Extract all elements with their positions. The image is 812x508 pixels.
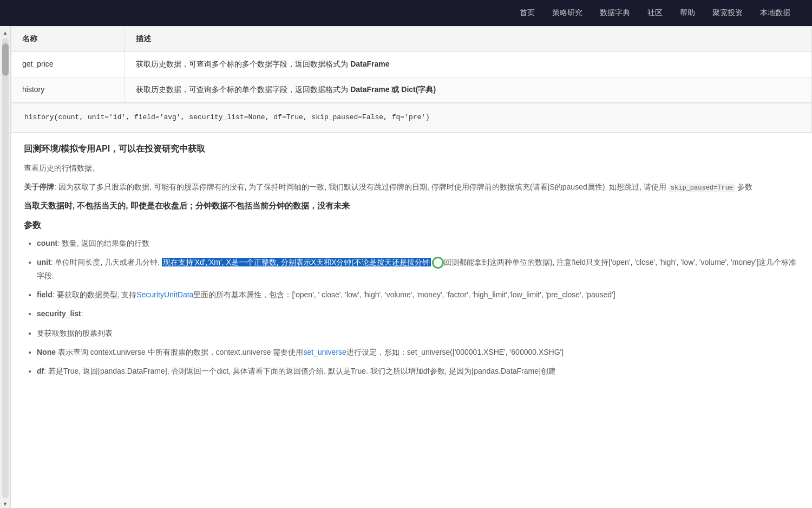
nav-local-data[interactable]: 本地数据 — [760, 8, 790, 18]
nav-joinquant[interactable]: 聚宽投资 — [712, 8, 743, 18]
param-none-before: 表示查询 context.universe 中所有股票的数据，context.u… — [56, 348, 303, 356]
nav-data-dict[interactable]: 数据字典 — [600, 8, 630, 18]
skip-paused-code: skip_paused=True — [669, 184, 735, 192]
nav-help[interactable]: 帮助 — [680, 8, 695, 18]
table-row: get_price 获取历史数据，可查询多个标的多个数据字段，返回数据格式为 D… — [11, 52, 812, 77]
param-unit: unit: 单位时间长度, 几天或者几分钟, 现在支持'Xd','Xm', X是… — [37, 256, 799, 283]
green-circle-icon — [432, 257, 444, 269]
param-count: count: 数量, 返回的结果集的行数 — [37, 237, 799, 250]
nav-strategy[interactable]: 策略研究 — [552, 8, 582, 18]
table-row: history 获取历史数据，可查询多个标的单个数据字段，返回数据格式为 Dat… — [11, 77, 812, 103]
param-none-name: None — [37, 348, 56, 356]
param-field-before: : 要获取的数据类型, 支持 — [53, 290, 137, 299]
param-unit-before: : 单位时间长度, 几天或者几分钟, — [51, 258, 162, 266]
scroll-track[interactable] — [2, 38, 9, 498]
param-security-list-name: security_list — [37, 309, 81, 318]
api-desc-get-price: 获取历史数据，可查询多个标的多个数据字段，返回数据格式为 DataFrame — [125, 52, 812, 77]
param-security-list: security_list: — [37, 307, 799, 321]
param-stock-list-text: 要获取数据的股票列表 — [37, 329, 113, 337]
param-none: None 表示查询 context.universe 中所有股票的数据，cont… — [37, 346, 799, 359]
param-unit-highlighted: 现在支持'Xd','Xm', X是一个正整数, 分别表示X天和X分钟(不论是按天… — [162, 258, 431, 266]
main-wrapper: ▲ ▼ 名称 描述 get_price 获取历史数据，可查询多个标的多个数据字段… — [0, 26, 812, 508]
scroll-up-arrow[interactable]: ▲ — [1, 28, 10, 37]
params-title: 参数 — [24, 220, 799, 231]
param-security-list-colon: : — [81, 309, 83, 318]
api-name-get-price: get_price — [11, 52, 125, 77]
param-none-after: 进行设定，形如：set_universe(['000001.XSHE', '60… — [346, 348, 564, 356]
scroll-down-arrow[interactable]: ▼ — [1, 499, 10, 508]
param-count-name: count — [37, 239, 57, 248]
nav-community[interactable]: 社区 — [647, 8, 663, 18]
scroll-thumb[interactable] — [2, 43, 9, 76]
scrollbar[interactable]: ▲ ▼ — [0, 26, 11, 508]
param-df-text: : 若是True, 返回[pandas.DataFrame], 否则返回一个di… — [44, 367, 556, 375]
nav-home[interactable]: 首页 — [520, 8, 535, 18]
param-count-text: : 数量, 返回的结果集的行数 — [57, 239, 149, 248]
section1-title: 回测环境/模拟专用API，可以在投资研究中获取 — [24, 144, 799, 155]
set-universe-link[interactable]: set_universe — [303, 348, 346, 356]
table-header-desc: 描述 — [125, 27, 812, 52]
nav-bar: 首页 策略研究 数据字典 社区 帮助 聚宽投资 本地数据 — [0, 0, 812, 26]
param-df: df: 若是True, 返回[pandas.DataFrame], 否则返回一个… — [37, 364, 799, 378]
param-unit-name: unit — [37, 258, 51, 266]
section2-label: 关于停牌 — [24, 183, 54, 191]
param-field-name: field — [37, 290, 53, 299]
param-field-after: 里面的所有基本属性，包含：['open', ' close', 'low', '… — [193, 290, 615, 299]
section2-text: 关于停牌: 因为获取了多只股票的数据, 可能有的股票停牌有的没有, 为了保持时间… — [24, 180, 799, 194]
warning-text: 当取天数据时, 不包括当天的, 即使是在收盘后；分钟数据不包括当前分钟的数据，没… — [24, 201, 799, 211]
table-header-name: 名称 — [11, 27, 125, 52]
doc-content: 回测环境/模拟专用API，可以在投资研究中获取 查看历史的行情数据。 关于停牌:… — [11, 133, 812, 394]
api-table: 名称 描述 get_price 获取历史数据，可查询多个标的多个数据字段，返回数… — [11, 26, 812, 103]
param-df-name: df — [37, 367, 44, 375]
param-stock-list-desc: 要获取数据的股票列表 — [37, 327, 799, 340]
content-area[interactable]: 名称 描述 get_price 获取历史数据，可查询多个标的多个数据字段，返回数… — [11, 26, 812, 508]
api-desc-history: 获取历史数据，可查询多个标的单个数据字段，返回数据格式为 DataFrame 或… — [125, 77, 812, 103]
api-name-history: history — [11, 77, 125, 103]
security-unit-data-link[interactable]: SecurityUnitData — [136, 290, 193, 299]
section1-subtitle: 查看历史的行情数据。 — [24, 161, 799, 175]
param-list: count: 数量, 返回的结果集的行数 unit: 单位时间长度, 几天或者几… — [24, 237, 799, 379]
code-text: history(count, unit='1d', field='avg', s… — [24, 113, 430, 121]
param-field: field: 要获取的数据类型, 支持SecurityUnitData里面的所有… — [37, 288, 799, 302]
code-block: history(count, unit='1d', field='avg', s… — [11, 103, 812, 133]
